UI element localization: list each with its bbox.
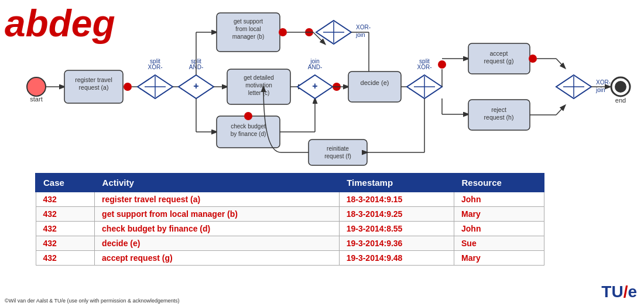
tue-logo: TU/e	[601, 283, 637, 301]
svg-text:join: join	[595, 87, 605, 93]
edge-g-xorjoin2	[556, 59, 565, 68]
table-cell: check budget by finance (d)	[95, 222, 340, 236]
start-label: start	[30, 96, 42, 103]
svg-text:XOR-: XOR-	[596, 79, 611, 86]
table-cell: Sue	[454, 236, 544, 251]
table-cell: 19-3-2014:9.36	[339, 236, 454, 251]
task-f	[309, 140, 367, 165]
svg-text:get detailed: get detailed	[244, 74, 274, 81]
svg-text:manager (b): manager (b)	[232, 33, 264, 40]
event-log-table: Case Activity Timestamp Resource 432regi…	[35, 173, 544, 266]
bpmn-diagram: start register travel request (a) XOR- s…	[0, 0, 644, 170]
col-header-resource: Resource	[454, 174, 544, 192]
col-header-case: Case	[36, 174, 95, 192]
svg-text:split: split	[150, 58, 160, 64]
svg-text:+: +	[193, 81, 198, 91]
svg-text:XOR-: XOR-	[417, 64, 432, 70]
token-before-d	[244, 112, 252, 120]
table-cell: 432	[36, 207, 95, 222]
table-cell: get support from local manager (b)	[95, 207, 340, 222]
table-cell: 432	[36, 222, 95, 236]
svg-text:decide (e): decide (e)	[361, 79, 389, 86]
token-after-b	[279, 28, 287, 36]
copyright-notice: ©Wil van der Aalst & TU/e (use only with…	[5, 298, 180, 304]
task-e	[348, 72, 401, 102]
svg-text:request (h): request (h)	[484, 114, 514, 121]
start-event	[27, 77, 46, 96]
table-cell: 432	[36, 236, 95, 251]
token-before-g	[438, 60, 446, 69]
svg-text:letter (c): letter (c)	[248, 90, 270, 96]
table-cell: 18-3-2014:9.15	[339, 192, 454, 207]
tue-slash: /	[624, 283, 628, 301]
table-row: 432register travel request (a)18-3-2014:…	[36, 192, 544, 207]
edge-h-xorjoin2	[556, 106, 565, 115]
svg-text:XOR-: XOR-	[148, 64, 163, 70]
table-cell: 19-3-2014:9.48	[339, 251, 454, 266]
svg-text:check budget: check budget	[231, 123, 266, 130]
table-cell: accept request (g)	[95, 251, 340, 266]
table-row: 432decide (e)19-3-2014:9.36Sue	[36, 236, 544, 251]
table-cell: 432	[36, 192, 95, 207]
col-header-activity: Activity	[95, 174, 340, 192]
svg-text:request (f): request (f)	[324, 153, 351, 159]
svg-text:join: join	[310, 58, 320, 64]
svg-text:request (g): request (g)	[484, 57, 514, 64]
svg-text:AND-: AND-	[308, 64, 322, 70]
table-cell: 18-3-2014:9.25	[339, 207, 454, 222]
table-cell: John	[454, 222, 544, 236]
log-table-area: Case Activity Timestamp Resource 432regi…	[35, 173, 544, 266]
table-cell: John	[454, 192, 544, 207]
table-cell: 432	[36, 251, 95, 266]
svg-text:reject: reject	[491, 106, 506, 113]
svg-text:accept: accept	[490, 50, 508, 57]
bpmn-svg: start register travel request (a) XOR- s…	[0, 0, 644, 170]
svg-text:from local: from local	[235, 26, 261, 32]
svg-text:split: split	[419, 58, 430, 64]
end-label: end	[615, 97, 626, 104]
svg-text:register travel: register travel	[75, 76, 112, 83]
svg-text:by finance (d): by finance (d)	[231, 131, 266, 137]
table-row: 432check budget by finance (d)19-3-2014:…	[36, 222, 544, 236]
svg-text:request (a): request (a)	[79, 84, 109, 91]
table-cell: Mary	[454, 207, 544, 222]
svg-text:+: +	[312, 81, 317, 91]
table-cell: Mary	[454, 251, 544, 266]
svg-text:motivation: motivation	[245, 82, 272, 89]
table-row: 432accept request (g)19-3-2014:9.48Mary	[36, 251, 544, 266]
col-header-timestamp: Timestamp	[339, 174, 454, 192]
table-row: 432get support from local manager (b)18-…	[36, 207, 544, 222]
token-after-a	[124, 83, 132, 91]
end-event-inner	[615, 81, 626, 93]
table-cell: 19-3-2014:8.55	[339, 222, 454, 236]
table-cell: decide (e)	[95, 236, 340, 251]
svg-text:XOR-: XOR-	[356, 24, 371, 30]
svg-text:get support: get support	[234, 18, 263, 25]
token-after-g	[529, 55, 537, 63]
table-cell: register travel request (a)	[95, 192, 340, 207]
svg-text:reinitiate: reinitiate	[327, 145, 349, 152]
